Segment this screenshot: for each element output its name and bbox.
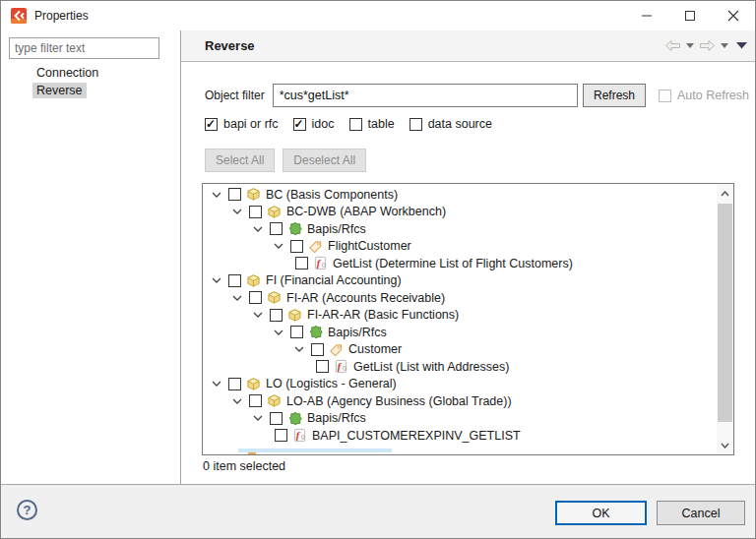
tree-row-label: Customer [348, 342, 402, 356]
vertical-scrollbar[interactable] [717, 184, 733, 454]
tree-row-label: Bapis/Rfcs [307, 222, 366, 236]
type-filter-row: bapi or rfcidoctabledata source [205, 117, 492, 131]
refresh-button[interactable]: Refresh [583, 84, 646, 107]
sidebar-filter-input[interactable] [9, 37, 159, 59]
expander-chevron-down-icon[interactable] [231, 295, 243, 301]
sidebar-item-list: ConnectionReverse [1, 64, 180, 99]
expander-chevron-down-icon[interactable] [211, 192, 222, 198]
sidebar-item-label: Connection [32, 65, 102, 81]
bapi-or-rfc-checkbox[interactable] [205, 118, 218, 131]
tree-row-checkbox[interactable] [228, 188, 241, 201]
tree-row[interactable]: Bapis/Rfcs [203, 324, 717, 341]
titlebar: Properties [1, 1, 755, 30]
type-filter-bapi-or-rfc: bapi or rfc [205, 117, 279, 131]
forward-arrow-icon[interactable] [699, 39, 716, 52]
package-icon [246, 187, 261, 202]
deselect-all-button[interactable]: Deselect All [283, 149, 366, 172]
tree-row[interactable]: Bapis/Rfcs [203, 410, 717, 428]
tree-row-checkbox[interactable] [270, 309, 283, 322]
puzzle-icon [287, 411, 302, 426]
object-filter-input[interactable] [273, 84, 578, 107]
tree-row[interactable]: LO-AB (Agency Business (Global Trade)) [203, 392, 717, 410]
expander-chevron-down-icon[interactable] [273, 243, 284, 249]
expander-chevron-down-icon[interactable] [252, 226, 264, 232]
tree-row[interactable]: FI-AR-AR (Basic Functions) [203, 307, 717, 325]
idoc-checkbox[interactable] [293, 118, 306, 131]
header-nav [664, 39, 747, 52]
tree-row-label: BC (Basis Components) [266, 188, 398, 202]
function-icon: f() [334, 359, 348, 374]
tree-row[interactable]: f()GetList (List with Addresses) [203, 358, 717, 376]
expander-chevron-down-icon[interactable] [211, 381, 222, 387]
puzzle-icon [308, 325, 323, 339]
back-dropdown-icon[interactable] [686, 43, 694, 48]
tree-row-checkbox[interactable] [270, 222, 283, 235]
package-icon [267, 393, 282, 408]
function-icon: f() [292, 428, 307, 443]
expander-chevron-down-icon[interactable] [231, 398, 243, 404]
view-menu-icon[interactable] [736, 42, 747, 49]
sap-connection-icon [11, 8, 27, 24]
scrollbar-thumb[interactable] [718, 204, 732, 422]
expander-chevron-down-icon[interactable] [211, 277, 222, 283]
tree-row-checkbox[interactable] [249, 206, 262, 218]
expander-chevron-down-icon[interactable] [252, 312, 264, 318]
select-all-button[interactable]: Select All [205, 149, 275, 172]
data-source-checkbox[interactable] [410, 118, 422, 131]
puzzle-icon [287, 221, 302, 236]
cancel-button[interactable]: Cancel [657, 501, 745, 525]
scrollbar-up-button[interactable] [717, 185, 733, 202]
tree-row[interactable]: FI-AR (Accounts Receivable) [203, 289, 717, 307]
tree-row-checkbox[interactable] [275, 429, 287, 442]
tree-row-checkbox[interactable] [249, 394, 262, 407]
auto-refresh-checkbox[interactable] [659, 90, 671, 102]
package-icon [267, 290, 282, 305]
tree-row[interactable]: Bapis/Rfcs [203, 220, 717, 238]
selection-actions: Select All Deselect All [205, 149, 366, 172]
scrollbar-down-button[interactable] [717, 437, 733, 453]
tree-row-checkbox[interactable] [290, 326, 303, 338]
object-filter-label: Object filter [205, 89, 265, 102]
tree-row-label: FI-AR-AR (Basic Functions) [307, 308, 459, 322]
tag-icon [308, 239, 323, 254]
tree-row[interactable]: Customer [203, 341, 717, 359]
function-icon: f() [313, 256, 328, 270]
minimize-button[interactable] [625, 1, 668, 30]
type-filter-data-source: data source [410, 117, 492, 131]
tree-row-label: LO-AB (Agency Business (Global Trade)) [286, 394, 512, 408]
tree-row[interactable]: FlightCustomer [203, 238, 717, 256]
tree-row-checkbox[interactable] [270, 412, 283, 425]
help-button[interactable]: ? [17, 500, 37, 520]
tree-row[interactable]: BC (Basis Components) [203, 186, 717, 204]
tree-row-checkbox[interactable] [228, 274, 241, 287]
auto-refresh-group: Auto Refresh [659, 89, 749, 102]
tree-row-checkbox[interactable] [249, 291, 262, 304]
tag-icon [329, 342, 344, 357]
tree-row-checkbox[interactable] [311, 343, 324, 356]
auto-refresh-label: Auto Refresh [677, 89, 749, 102]
tree-row-checkbox[interactable] [316, 360, 329, 373]
sidebar-item-connection[interactable]: Connection [1, 64, 180, 82]
tree-row-checkbox[interactable] [295, 257, 308, 270]
back-arrow-icon[interactable] [664, 39, 681, 52]
sidebar-item-reverse[interactable]: Reverse [1, 82, 180, 99]
expander-chevron-down-icon[interactable] [293, 346, 305, 352]
tree-row[interactable]: f()GetList (Determine List of Flight Cus… [203, 255, 717, 272]
type-filter-idoc: idoc [293, 117, 335, 131]
close-button[interactable] [712, 1, 755, 30]
expander-chevron-down-icon[interactable] [273, 329, 284, 335]
clipped-tree-row [238, 449, 392, 452]
ok-button[interactable]: OK [555, 501, 647, 525]
tree-row[interactable]: FI (Financial Accounting) [203, 272, 717, 290]
forward-dropdown-icon[interactable] [721, 43, 728, 48]
tree-row[interactable]: f()BAPI_CUSTOMEREXPINV_GETLIST [203, 427, 717, 445]
tree-row[interactable]: LO (Logistics - General) [203, 376, 717, 393]
expander-chevron-down-icon[interactable] [231, 209, 243, 214]
maximize-button[interactable] [668, 1, 712, 30]
table-checkbox[interactable] [349, 118, 362, 131]
expander-chevron-down-icon[interactable] [252, 415, 264, 421]
tree-row-label: GetList (List with Addresses) [353, 360, 509, 374]
tree-row-checkbox[interactable] [290, 240, 303, 253]
tree-row[interactable]: BC-DWB (ABAP Workbench) [203, 204, 717, 221]
tree-row-checkbox[interactable] [228, 378, 241, 390]
